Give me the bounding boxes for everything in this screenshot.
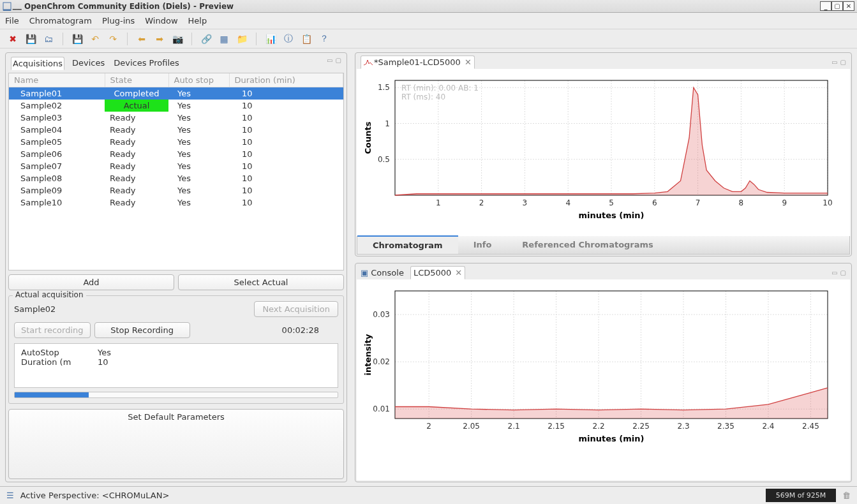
tab-devices-profiles[interactable]: Devices Profiles xyxy=(112,57,181,70)
next-acquisition-button: Next Acquisition xyxy=(254,301,338,317)
tab-devices[interactable]: Devices xyxy=(71,57,106,70)
table-row[interactable]: Sample10ReadyYes10 xyxy=(9,196,343,209)
svg-text:2.3: 2.3 xyxy=(677,422,689,431)
subtab-info[interactable]: Info xyxy=(458,236,507,254)
chart-icon[interactable]: 📊 xyxy=(264,33,277,45)
table-row[interactable]: Sample08ReadyYes10 xyxy=(9,172,343,184)
col-duration[interactable]: Duration (min) xyxy=(229,73,343,87)
svg-rect-0 xyxy=(3,3,11,10)
redo-icon[interactable]: ↷ xyxy=(107,33,119,45)
col-state[interactable]: State xyxy=(105,73,168,87)
svg-text:5: 5 xyxy=(609,198,614,207)
console-chart[interactable]: 22.052.12.152.22.252.32.352.42.450.010.0… xyxy=(362,285,834,444)
close-tab-icon[interactable]: ✕ xyxy=(465,57,472,67)
table-row[interactable]: Sample03ReadyYes10 xyxy=(9,112,343,124)
help-icon[interactable]: ？ xyxy=(318,33,331,45)
minimize-view-icon[interactable]: ▭ xyxy=(327,57,332,70)
save-icon[interactable]: 💾 xyxy=(24,33,37,45)
svg-text:4: 4 xyxy=(565,198,570,207)
maximize-view-icon[interactable]: ▢ xyxy=(336,57,341,70)
grid-icon[interactable]: ▦ xyxy=(218,33,230,45)
prop-val-0: Yes xyxy=(98,348,111,357)
save-as-icon[interactable]: 💾 xyxy=(71,33,84,45)
svg-text:2.45: 2.45 xyxy=(802,422,819,431)
menu-chromatogram[interactable]: Chromatogram xyxy=(29,16,92,26)
perspective-switcher-icon[interactable]: ☰ xyxy=(6,491,14,500)
window-sys-icon[interactable] xyxy=(3,2,11,11)
chromatogram-tab[interactable]: *Sample01-LCD5000 ✕ xyxy=(361,56,475,69)
subtab-chromatogram[interactable]: Chromatogram xyxy=(357,235,458,254)
table-row[interactable]: Sample06ReadyYes10 xyxy=(9,148,343,160)
svg-text:1: 1 xyxy=(385,119,390,128)
subtab-referenced[interactable]: Referenced Chromatograms xyxy=(507,236,669,254)
actual-sample-name: Sample02 xyxy=(14,304,56,314)
camera-icon[interactable]: 📷 xyxy=(171,33,184,45)
svg-text:1.5: 1.5 xyxy=(378,83,390,92)
recording-progress xyxy=(14,392,338,398)
svg-text:2.35: 2.35 xyxy=(717,422,734,431)
svg-text:2: 2 xyxy=(426,422,431,431)
minimize-view-icon-3[interactable]: ▭ xyxy=(831,269,837,276)
svg-text:minutes (min): minutes (min) xyxy=(579,434,645,443)
delete-icon[interactable]: ✖ xyxy=(6,33,19,45)
form-icon[interactable]: 📋 xyxy=(300,33,313,45)
menu-plugins[interactable]: Plug-ins xyxy=(102,16,135,26)
undo-icon[interactable]: ↶ xyxy=(89,33,101,45)
close-button[interactable]: ✕ xyxy=(843,1,854,11)
back-icon[interactable]: ⬅ xyxy=(135,33,148,45)
table-row[interactable]: Sample02ActualYes10 xyxy=(9,100,343,112)
prop-key-1: Duration (m xyxy=(21,357,78,367)
table-row[interactable]: Sample09ReadyYes10 xyxy=(9,184,343,196)
maximize-view-icon-2[interactable]: ▢ xyxy=(840,59,846,66)
set-default-parameters-button[interactable]: Set Default Parameters xyxy=(8,409,344,479)
acquisitions-table[interactable]: Name State Auto stop Duration (min) Samp… xyxy=(8,73,344,271)
trash-icon[interactable]: 🗑 xyxy=(842,491,851,500)
table-row[interactable]: Sample07ReadyYes10 xyxy=(9,160,343,172)
select-actual-button[interactable]: Select Actual xyxy=(178,274,344,290)
memory-indicator[interactable]: 569M of 925M xyxy=(766,489,836,502)
col-name[interactable]: Name xyxy=(9,73,105,87)
console-tab-lcd5000[interactable]: LCD5000 ✕ xyxy=(410,266,465,279)
svg-text:minutes (min): minutes (min) xyxy=(579,211,645,220)
close-console-tab-icon[interactable]: ✕ xyxy=(455,268,462,278)
col-autostop[interactable]: Auto stop xyxy=(168,73,229,87)
svg-text:9: 9 xyxy=(782,198,787,207)
status-bar: ☰ Active Perspective: <CHROMuLAN> 569M o… xyxy=(0,486,857,504)
console-tab-label: LCD5000 xyxy=(414,268,451,278)
svg-text:RT (min): 0.00 AB: 1: RT (min): 0.00 AB: 1 xyxy=(401,84,479,93)
table-row[interactable]: Sample05ReadyYes10 xyxy=(9,136,343,148)
chromatogram-tab-label: *Sample01-LCD5000 xyxy=(374,57,461,67)
menu-window[interactable]: Window xyxy=(145,16,177,26)
table-row[interactable]: Sample01CompletedYes10 xyxy=(9,87,343,100)
console-pane: ▣ Console LCD5000 ✕ ▭ ▢ 22.052.12.152.22… xyxy=(355,263,852,482)
svg-text:3: 3 xyxy=(523,198,528,207)
folder-icon[interactable]: 📁 xyxy=(235,33,248,45)
info-icon[interactable]: ⓘ xyxy=(282,33,295,45)
maximize-view-icon-3[interactable]: ▢ xyxy=(840,269,846,276)
menu-help[interactable]: Help xyxy=(188,16,207,26)
svg-text:Counts: Counts xyxy=(363,121,373,154)
svg-text:0.03: 0.03 xyxy=(373,310,390,319)
toolbar: ✖ 💾 🗂 💾 ↶ ↷ ⬅ ➡ 📷 🔗 ▦ 📁 📊 ⓘ 📋 ？ xyxy=(0,29,857,48)
left-tab-strip: Acquisitions Devices Devices Profiles ▭ … xyxy=(8,56,344,73)
minimize-button[interactable]: _ xyxy=(820,1,831,11)
maximize-button[interactable]: ▢ xyxy=(831,1,843,11)
menu-file[interactable]: File xyxy=(5,16,19,26)
menu-bar: File Chromatogram Plug-ins Window Help xyxy=(0,13,857,29)
chromatogram-chart[interactable]: 123456789100.511.5Countsminutes (min)RT … xyxy=(362,74,834,221)
console-label: Console xyxy=(371,268,404,278)
svg-text:0.02: 0.02 xyxy=(373,357,390,366)
save-all-icon[interactable]: 🗂 xyxy=(42,33,55,45)
chromatogram-pane: *Sample01-LCD5000 ✕ ▭ ▢ 123456789100.511… xyxy=(355,52,852,256)
minimize-view-icon-2[interactable]: ▭ xyxy=(831,59,837,66)
forward-icon[interactable]: ➡ xyxy=(153,33,166,45)
add-button[interactable]: Add xyxy=(8,274,174,290)
table-row[interactable]: Sample04ReadyYes10 xyxy=(9,124,343,136)
stop-recording-button[interactable]: Stop Recording xyxy=(94,322,190,338)
svg-text:intensity: intensity xyxy=(363,334,373,375)
svg-text:7: 7 xyxy=(696,198,701,207)
actual-legend: Actual acquisition xyxy=(13,290,86,299)
tab-acquisitions[interactable]: Acquisitions xyxy=(11,57,64,70)
refresh-icon[interactable]: 🔗 xyxy=(200,33,212,45)
svg-text:2.1: 2.1 xyxy=(508,422,520,431)
